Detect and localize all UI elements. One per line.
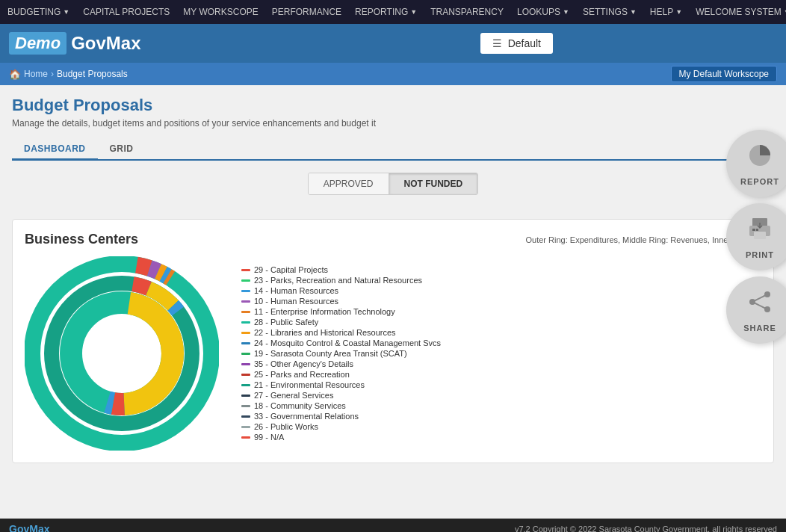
legend-color-29 bbox=[241, 269, 250, 271]
nav-budgeting[interactable]: BUDGETING ▼ bbox=[7, 7, 69, 17]
legend-item-27: 27 - General Services bbox=[241, 391, 441, 400]
legend-color-28 bbox=[241, 321, 250, 324]
legend-item-11: 11 - Enterprise Information Technology bbox=[241, 307, 441, 316]
legend-item-33: 33 - Governmental Relations bbox=[241, 412, 441, 421]
legend-color-10 bbox=[241, 300, 250, 303]
report-icon bbox=[746, 142, 773, 174]
breadcrumb-home[interactable]: Home bbox=[24, 69, 48, 79]
tab-grid[interactable]: GRID bbox=[98, 139, 146, 159]
hamburger-icon: ☰ bbox=[492, 37, 502, 49]
legend-color-26 bbox=[241, 426, 250, 428]
nav-reporting[interactable]: REPORTING ▼ bbox=[355, 7, 417, 17]
legend-item-18: 18 - Community Services bbox=[241, 401, 441, 410]
logo-govmax: GovMax bbox=[71, 33, 140, 54]
business-centers-card: Business Centers Outer Ring: Expenditure… bbox=[12, 219, 774, 463]
chart-area: 29 - Capital Projects 23 - Parks, Recrea… bbox=[25, 256, 761, 451]
svg-rect-19 bbox=[756, 229, 758, 231]
print-label: PRINT bbox=[746, 250, 774, 259]
budgeting-arrow-icon: ▼ bbox=[63, 8, 69, 16]
legend-color-35 bbox=[241, 363, 250, 365]
legend-color-24 bbox=[241, 342, 250, 344]
toggle-not-funded[interactable]: NOT FUNDED bbox=[389, 173, 478, 194]
tab-bar: DASHBOARD GRID bbox=[12, 139, 774, 161]
nav-help[interactable]: HELP ▼ bbox=[650, 7, 682, 17]
share-label: SHARE bbox=[743, 324, 776, 332]
nav-settings[interactable]: SETTINGS ▼ bbox=[583, 7, 637, 17]
page-subtitle: Manage the details, budget items and pos… bbox=[12, 118, 774, 129]
top-nav-right: WELCOME SYSTEM ▼ 🔔 bbox=[696, 7, 786, 17]
legend-item-22: 22 - Libraries and Historical Resources bbox=[241, 328, 441, 337]
share-icon bbox=[746, 288, 773, 321]
legend-item-19: 19 - Sarasota County Area Transit (SCAT) bbox=[241, 349, 441, 358]
header-bar: Demo GovMax ☰ Default bbox=[0, 24, 786, 63]
footer: GovMax v7.2 Copyright © 2022 Sarasota Co… bbox=[0, 519, 786, 532]
legend-color-27 bbox=[241, 395, 250, 397]
legend-item-24: 24 - Mosquito Control & Coastal Manageme… bbox=[241, 338, 441, 347]
legend-color-33 bbox=[241, 415, 250, 418]
legend-item-23: 23 - Parks, Recreation and Natural Resou… bbox=[241, 276, 441, 285]
svg-line-23 bbox=[752, 294, 767, 302]
card-title: Business Centers bbox=[25, 232, 138, 247]
legend-color-21 bbox=[241, 384, 250, 386]
legend-color-11 bbox=[241, 311, 250, 313]
legend-item-29: 29 - Capital Projects bbox=[241, 265, 441, 274]
footer-copyright: v7.2 Copyright © 2022 Sarasota County Go… bbox=[515, 525, 777, 532]
welcome-menu[interactable]: WELCOME SYSTEM ▼ bbox=[696, 7, 786, 17]
workscope-selector[interactable]: ☰ Default bbox=[480, 33, 553, 54]
nav-transparency[interactable]: TRANSPARENCY bbox=[430, 7, 504, 17]
logo-demo: Demo bbox=[9, 32, 66, 55]
breadcrumb-current: Budget Proposals bbox=[57, 69, 128, 79]
legend-color-22 bbox=[241, 332, 250, 334]
legend-color-18 bbox=[241, 405, 250, 407]
legend-item-99: 99 - N/A bbox=[241, 433, 441, 442]
legend-item-14: 14 - Human Resources bbox=[241, 286, 441, 295]
legend-item-28: 28 - Public Safety bbox=[241, 318, 441, 327]
legend-item-35: 35 - Other Agency's Details bbox=[241, 359, 441, 368]
settings-arrow-icon: ▼ bbox=[630, 8, 637, 16]
main-content: Budget Proposals Manage the details, bud… bbox=[0, 85, 786, 519]
svg-point-14 bbox=[95, 327, 149, 380]
breadcrumb-separator: › bbox=[51, 69, 54, 79]
status-toggle-group: APPROVED NOT FUNDED bbox=[308, 173, 478, 195]
share-button[interactable]: SHARE bbox=[726, 276, 786, 344]
nav-capital-projects[interactable]: CAPITAL PROJECTS bbox=[83, 7, 170, 17]
legend-item-26: 26 - Public Works bbox=[241, 422, 441, 431]
top-navigation: BUDGETING ▼ CAPITAL PROJECTS MY WORKSCOP… bbox=[0, 0, 786, 24]
print-button[interactable]: PRINT bbox=[726, 203, 786, 270]
legend-color-19 bbox=[241, 353, 250, 355]
help-arrow-icon: ▼ bbox=[675, 8, 682, 16]
nav-performance[interactable]: PERFORMANCE bbox=[272, 7, 341, 17]
legend-color-25 bbox=[241, 374, 250, 376]
legend-color-23 bbox=[241, 279, 250, 282]
print-icon bbox=[746, 215, 773, 247]
card-header: Business Centers Outer Ring: Expenditure… bbox=[25, 232, 761, 247]
svg-rect-17 bbox=[754, 232, 766, 239]
donut-chart bbox=[25, 256, 219, 451]
report-label: REPORT bbox=[740, 177, 779, 186]
svg-line-24 bbox=[752, 302, 767, 309]
toggle-approved[interactable]: APPROVED bbox=[309, 173, 389, 194]
nav-my-workscope[interactable]: MY WORKSCOPE bbox=[183, 7, 258, 17]
legend-color-99 bbox=[241, 436, 250, 439]
chart-legend: 29 - Capital Projects 23 - Parks, Recrea… bbox=[241, 265, 441, 442]
logo: Demo GovMax bbox=[9, 32, 141, 55]
legend-item-10: 10 - Human Resources bbox=[241, 297, 441, 306]
footer-logo: GovMax bbox=[9, 523, 49, 532]
svg-rect-18 bbox=[752, 229, 755, 231]
lookups-arrow-icon: ▼ bbox=[563, 8, 569, 16]
reporting-arrow-icon: ▼ bbox=[410, 8, 417, 16]
legend-item-25: 25 - Parks and Recreation bbox=[241, 370, 441, 379]
report-button[interactable]: REPORT bbox=[726, 130, 786, 197]
home-icon: 🏠 bbox=[9, 69, 21, 80]
legend-color-14 bbox=[241, 290, 250, 292]
tab-dashboard[interactable]: DASHBOARD bbox=[12, 139, 98, 161]
legend-item-21: 21 - Environmental Resources bbox=[241, 380, 441, 389]
breadcrumb: 🏠 Home › Budget Proposals bbox=[9, 69, 128, 80]
page-title: Budget Proposals bbox=[12, 96, 774, 115]
side-action-buttons: REPORT PRINT bbox=[726, 130, 786, 344]
breadcrumb-bar: 🏠 Home › Budget Proposals My Default Wor… bbox=[0, 63, 786, 85]
workscope-button[interactable]: My Default Workscope bbox=[671, 66, 778, 82]
nav-lookups[interactable]: LOOKUPS ▼ bbox=[517, 7, 569, 17]
